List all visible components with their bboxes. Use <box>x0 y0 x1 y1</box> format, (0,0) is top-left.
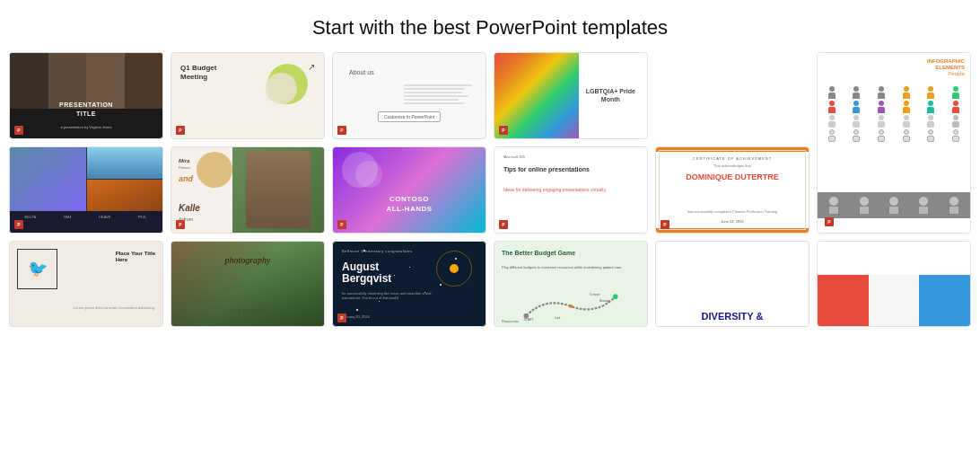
name3-label: and <box>179 174 193 183</box>
card-title: Place Your TitleHere <box>116 251 155 265</box>
template-card-bird[interactable]: 🐦 Place Your TitleHere Lorem ipsum dolor… <box>9 241 163 328</box>
orbit-decor <box>436 251 472 287</box>
card-subtitle: Ideas for delivering engaging presentati… <box>503 187 638 193</box>
powerpoint-icon: P <box>14 126 23 135</box>
ms365-label: Microsoft 365 <box>503 155 525 159</box>
card-title: CONTOSOALL-HANDS <box>342 194 477 214</box>
powerpoint-icon: P <box>176 126 185 135</box>
template-card-certificate[interactable]: CERTIFICATE OF ACHIEVEMENT This acknowle… <box>655 146 809 234</box>
powerpoint-icon: P <box>499 126 508 135</box>
template-card-infographic-large[interactable]: INFOGRAPHICELEMENTS People <box>817 52 971 234</box>
cert-title: CERTIFICATE OF ACHIEVEMENT <box>656 156 809 161</box>
collage-images <box>10 147 162 211</box>
template-card-budget-game[interactable]: The Better Budget Game Play different bu… <box>494 241 648 328</box>
cert-border <box>659 150 806 230</box>
template-grid: PRESENTATIONTITLE a presentation by Virg… <box>0 52 980 336</box>
template-card-wedding[interactable]: Mira Person and Kalle Astrom P <box>171 146 325 234</box>
bird-icon: 🐦 <box>28 259 48 278</box>
infographic-gray-section <box>818 192 970 218</box>
card-title: The Better Budget Game <box>502 249 640 257</box>
template-card-q1-budget[interactable]: Q1 BudgetMeeting ↗ P <box>171 52 325 139</box>
infographic-header: INFOGRAPHICELEMENTS People <box>818 53 970 84</box>
circle-decor-2 <box>355 161 382 188</box>
template-card-photography[interactable]: photography PORTFOLIO <box>171 241 325 328</box>
name1-label: Mira <box>179 158 189 163</box>
card-title: DIVERSITY & <box>656 312 809 322</box>
template-card-astronomy[interactable]: Bellmore Elementary congratulates August… <box>332 241 486 328</box>
powerpoint-icon: P <box>661 220 669 229</box>
svg-text:Compete: Compete <box>590 292 600 296</box>
customize-button[interactable]: Customize In PowerPoint <box>378 111 441 122</box>
card-subtitle: Play different budgets to maximize resou… <box>502 265 640 269</box>
name2-label: Person <box>179 165 190 170</box>
card-subtitle: PORTFOLIO <box>171 308 324 313</box>
template-card-diversity[interactable]: DIVERSITY & <box>655 241 809 328</box>
svg-point-5 <box>569 304 573 307</box>
powerpoint-icon: P <box>337 126 346 135</box>
template-card-travel[interactable]: MULTA BM4 HEAVE TRVL P <box>9 146 163 234</box>
sun-icon <box>450 264 459 273</box>
diversity-bg: DIVERSITY & <box>656 312 809 326</box>
svg-text:Luck: Luck <box>555 316 561 320</box>
people-icons-section <box>818 84 970 192</box>
powerpoint-icon: P <box>337 313 346 322</box>
cert-name: DOMINIQUE DUTERTRE <box>656 172 809 182</box>
powerpoint-icon: P <box>825 217 834 226</box>
cert-desc: has successfully completed Chinese Produ… <box>663 209 801 215</box>
template-card-bars[interactable] <box>817 241 971 328</box>
powerpoint-icon: P <box>176 220 185 229</box>
svg-point-6 <box>613 294 618 299</box>
game-path: START Compete Massage Luck <box>502 284 640 322</box>
circle-decor <box>197 152 232 188</box>
photo-bg <box>232 147 324 233</box>
svg-text:Massage: Massage <box>599 299 610 303</box>
powerpoint-icon: P <box>14 220 23 229</box>
label-strip: MULTA BM4 HEAVE TRVL <box>10 211 162 233</box>
powerpoint-icon: P <box>499 220 508 229</box>
powerpoint-icon: P <box>337 220 346 229</box>
resources-label: Resources <box>502 319 519 323</box>
card-title: Q1 BudgetMeeting <box>180 64 216 83</box>
beige-circle-decor <box>266 73 297 104</box>
cert-desc: for successfully observing the moon and … <box>342 291 436 301</box>
card-title: PRESENTATIONTITLE <box>10 101 162 119</box>
arrow-icon: ↗ <box>308 62 315 72</box>
color-bars <box>818 275 970 326</box>
template-card-about-us[interactable]: About us Customize In PowerPoint P <box>332 52 486 139</box>
template-card-presentation-title[interactable]: PRESENTATIONTITLE a presentation by Virg… <box>9 52 163 139</box>
template-card-contoso[interactable]: CONTOSOALL-HANDS P <box>332 146 486 234</box>
template-card-tips[interactable]: Microsoft 365 Tips for online presentati… <box>494 146 648 234</box>
game-path-svg: START Compete Massage Luck <box>502 284 640 322</box>
svg-text:START: START <box>523 318 534 322</box>
card-desc: Lorem ipsum dolor sit amet, consectetur … <box>74 305 155 311</box>
cert-ack: This acknowledges that <box>656 163 809 168</box>
card-subtitle: a presentation by Virginia Jones <box>10 125 162 129</box>
cert-name: AugustBergqvist <box>342 261 391 285</box>
page-title: Start with the best PowerPoint templates <box>0 0 980 52</box>
bird-frame: 🐦 <box>17 249 57 289</box>
card-title: Tips for online presentations <box>503 165 638 173</box>
card-title: LGBTQIA+ Pride Month <box>579 87 643 103</box>
template-card-pride[interactable]: LGBTQIA+ Pride Month P <box>494 52 648 139</box>
cert-date: June 24, 2026 <box>656 219 809 224</box>
name4-label: Kalle <box>179 203 200 213</box>
text-lines-decor <box>404 84 473 106</box>
card-title: photography <box>171 255 324 266</box>
card-title: About us <box>349 69 374 75</box>
